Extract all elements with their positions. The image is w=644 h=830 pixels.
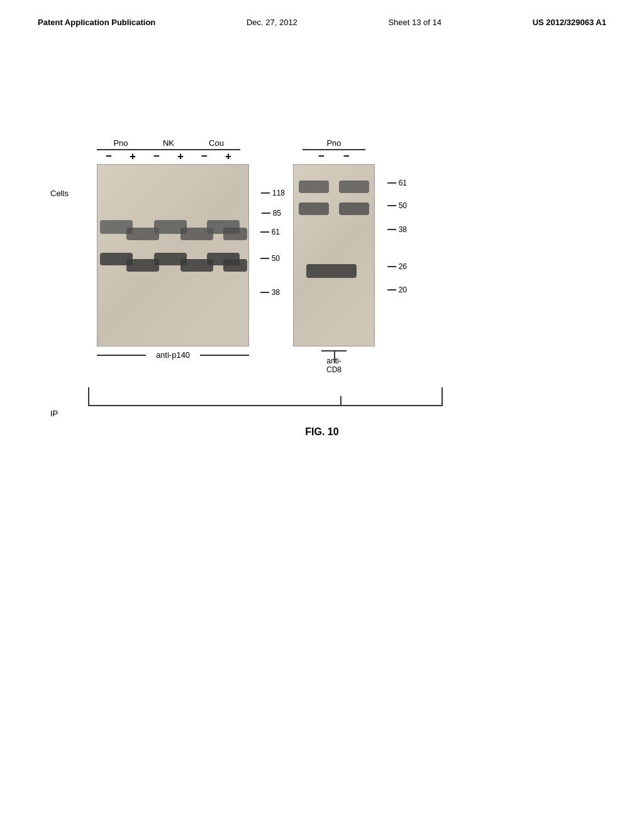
header-sheet: Sheet 13 of 14 bbox=[388, 18, 441, 27]
header-publication-label: Patent Application Publication bbox=[38, 18, 155, 27]
mw-50-line bbox=[260, 258, 269, 259]
mw-85-label: 85 bbox=[273, 209, 281, 218]
pm-pno-plus: + bbox=[121, 150, 145, 163]
mw-right-26: 26 bbox=[387, 262, 407, 271]
ip-left-line bbox=[97, 355, 146, 356]
pm-nk-minus: − bbox=[145, 150, 169, 163]
right-pm-minus2: − bbox=[343, 150, 350, 163]
mw-right-20-label: 20 bbox=[399, 285, 407, 294]
pno-label: Pno bbox=[113, 138, 128, 148]
right-panel: Pno − − bbox=[293, 138, 375, 375]
band-cou-plus-lower bbox=[223, 259, 247, 272]
figure-caption: FIG. 10 bbox=[50, 426, 594, 438]
bracket-bottom-horiz bbox=[89, 405, 441, 406]
right-bracket-line bbox=[334, 350, 335, 363]
col-cou: Cou bbox=[192, 138, 240, 150]
right-pm-minus1: − bbox=[318, 150, 325, 163]
mw-50-label: 50 bbox=[272, 254, 280, 263]
mw-61-line bbox=[260, 231, 269, 233]
page-header: Patent Application Publication Dec. 27, … bbox=[0, 0, 644, 27]
left-blot-image: 118 85 61 50 bbox=[97, 164, 249, 346]
mw-118: 118 bbox=[261, 189, 285, 197]
pm-pno-minus: − bbox=[97, 150, 121, 163]
mw-right-38-line bbox=[387, 229, 396, 230]
mw-85: 85 bbox=[262, 209, 281, 218]
mw-right-26-label: 26 bbox=[399, 262, 407, 271]
mw-38: 38 bbox=[260, 288, 280, 297]
mw-right-61-label: 61 bbox=[399, 179, 407, 187]
header-patent-number: US 2012/329063 A1 bbox=[533, 18, 606, 27]
right-pno-underline bbox=[303, 149, 365, 150]
mw-right-50: 50 bbox=[387, 201, 407, 210]
cou-label: Cou bbox=[209, 138, 224, 148]
mw-right-61: 61 bbox=[387, 179, 407, 187]
mw-right-20-line bbox=[387, 289, 396, 290]
left-panel: Pno NK Cou − bbox=[88, 138, 249, 360]
mw-right-38-label: 38 bbox=[399, 225, 407, 234]
bracket-right-vert bbox=[441, 387, 443, 406]
right-col-pno: Pno bbox=[293, 138, 375, 150]
plus-minus-row: − + − + − + bbox=[97, 150, 249, 163]
mw-50: 50 bbox=[260, 254, 280, 263]
mw-right-38: 38 bbox=[387, 225, 407, 234]
mw-right-20: 20 bbox=[387, 285, 407, 294]
mw-85-line bbox=[262, 213, 270, 214]
mw-38-line bbox=[260, 292, 269, 293]
band-right-lower bbox=[306, 264, 357, 278]
figure-container: Cells IP Pno NK bbox=[50, 138, 594, 438]
pm-cou-plus: + bbox=[216, 150, 240, 163]
mw-right-61-line bbox=[387, 182, 396, 184]
cells-label: Cells bbox=[50, 189, 69, 198]
right-pno-label: Pno bbox=[326, 138, 341, 148]
nk-label: NK bbox=[163, 138, 174, 148]
band-right-upper-1 bbox=[299, 180, 329, 193]
mw-right-50-line bbox=[387, 205, 396, 206]
ip-anti-p140-label: anti-p140 bbox=[146, 350, 200, 360]
band-right-mid-2 bbox=[339, 202, 369, 215]
right-plus-minus-row: − − bbox=[293, 150, 375, 163]
col-pno: Pno bbox=[97, 138, 145, 150]
mw-118-label: 118 bbox=[272, 189, 285, 197]
mw-right-26-line bbox=[387, 266, 396, 267]
col-nk: NK bbox=[145, 138, 192, 150]
mw-38-label: 38 bbox=[272, 288, 280, 297]
band-right-mid-1 bbox=[299, 202, 329, 215]
mw-right-50-label: 50 bbox=[399, 201, 407, 210]
band-right-upper-2 bbox=[339, 180, 369, 193]
header-date: Dec. 27, 2012 bbox=[247, 18, 297, 27]
ip-right-line bbox=[200, 355, 249, 356]
pm-nk-plus: + bbox=[169, 150, 192, 163]
bracket-center-tick bbox=[340, 396, 341, 406]
mw-61: 61 bbox=[260, 228, 280, 236]
ip-label: IP bbox=[50, 409, 58, 418]
bracket-left-vert bbox=[88, 387, 89, 406]
right-ip-area: anti-CD8 bbox=[293, 350, 375, 375]
right-blot-image: 61 50 38 26 bbox=[293, 164, 375, 346]
band-cou-plus-upper bbox=[223, 228, 247, 240]
pm-cou-minus: − bbox=[192, 150, 216, 163]
mw-118-line bbox=[261, 192, 270, 194]
mw-61-label: 61 bbox=[272, 228, 280, 236]
column-headers: Pno NK Cou bbox=[97, 138, 249, 150]
ip-line-area: anti-p140 bbox=[97, 350, 249, 360]
outer-border-area bbox=[88, 387, 594, 406]
